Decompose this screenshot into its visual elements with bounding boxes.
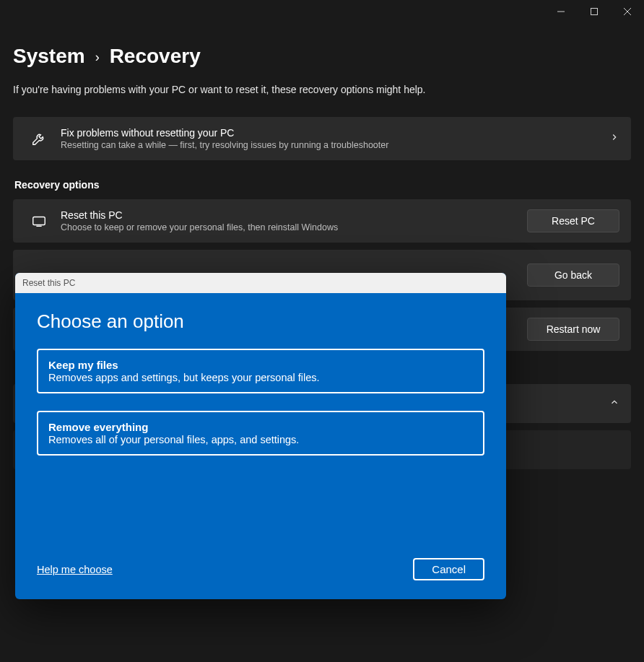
keep-my-files-desc: Removes apps and settings, but keeps you… [48,372,473,383]
reset-icon [25,213,53,229]
breadcrumb: System › Recovery [13,45,631,68]
window-minimize-button[interactable] [544,0,578,23]
window-maximize-button[interactable] [578,0,611,23]
reset-pc-subtitle: Choose to keep or remove your personal f… [61,222,527,232]
wrench-icon [25,131,53,147]
dialog-titlebar: Reset this PC [15,273,506,293]
chevron-right-icon: › [95,50,100,65]
go-back-button[interactable]: Go back [527,264,619,287]
page-title: Recovery [110,45,201,68]
fix-problems-title: Fix problems without resetting your PC [61,127,609,139]
keep-my-files-option[interactable]: Keep my files Removes apps and settings,… [37,349,484,393]
reset-pc-dialog: Reset this PC Choose an option Keep my f… [15,273,506,599]
remove-everything-option[interactable]: Remove everything Removes all of your pe… [37,411,484,456]
dialog-heading: Choose an option [37,310,484,333]
remove-everything-title: Remove everything [48,421,473,433]
svg-rect-4 [33,217,45,225]
reset-pc-button[interactable]: Reset PC [527,209,619,232]
fix-problems-subtitle: Resetting can take a while — first, try … [61,140,609,150]
settings-recovery-window: System › Recovery If you're having probl… [0,0,644,662]
chevron-right-icon [609,132,619,145]
reset-pc-title: Reset this PC [61,209,527,221]
remove-everything-desc: Removes all of your personal files, apps… [48,434,473,445]
window-titlebar [0,0,644,23]
reset-pc-card: Reset this PC Choose to keep or remove y… [13,199,631,243]
breadcrumb-parent[interactable]: System [13,45,85,68]
svg-rect-1 [591,9,598,15]
chevron-up-icon [609,397,619,410]
window-close-button[interactable] [611,0,644,23]
recovery-options-label: Recovery options [14,179,631,191]
close-icon [624,8,631,15]
dialog-title: Reset this PC [22,278,75,288]
restart-now-button[interactable]: Restart now [527,318,619,341]
fix-problems-card[interactable]: Fix problems without resetting your PC R… [13,117,631,160]
minimize-icon [557,8,565,15]
help-me-choose-link[interactable]: Help me choose [37,564,113,575]
intro-text: If you're having problems with your PC o… [13,84,631,95]
cancel-button[interactable]: Cancel [413,558,484,580]
keep-my-files-title: Keep my files [48,359,473,371]
maximize-icon [591,8,598,15]
